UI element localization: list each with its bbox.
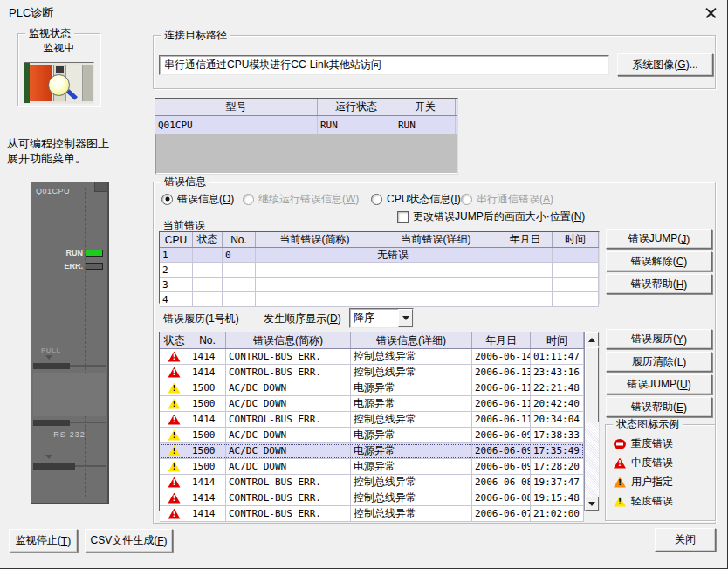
- current-error-cell: [223, 292, 256, 306]
- module-cell: Q01CPU: [155, 116, 318, 134]
- history-status-cell: [160, 443, 189, 458]
- history-cell: 1500: [189, 443, 226, 458]
- light-error-icon: [614, 497, 626, 507]
- history-row[interactable]: 1414CONTROL-BUS ERR.控制总线异常2006-06-1120:3…: [160, 412, 584, 428]
- error-help-button[interactable]: 错误帮助(H): [606, 274, 712, 294]
- plc-monitor-thumbnail: [24, 62, 94, 104]
- current-error-row[interactable]: 10无错误: [160, 248, 599, 263]
- history-clear-button[interactable]: 履历清除(L): [606, 352, 712, 372]
- order-dropdown[interactable]: 降序: [349, 308, 414, 328]
- current-error-cell: [553, 263, 599, 277]
- plc-module-graphic[interactable]: Q01CPU RUN ERR. PULL RS-232: [31, 182, 109, 504]
- history-cell: 1414: [189, 412, 226, 427]
- current-error-cell: 1: [160, 248, 193, 262]
- radio-serial-comm-error[interactable]: 串行通信错误(A): [461, 193, 553, 205]
- current-error-cell: [553, 248, 599, 262]
- history-cell: CONTROL-BUS ERR.: [226, 475, 351, 490]
- history-row[interactable]: 1500AC/DC DOWN电源异常2006-06-1122:21:48: [160, 380, 584, 396]
- history-cell: 2006-06-11: [472, 380, 531, 395]
- current-error-cell: [498, 278, 553, 291]
- history-cell: 1414: [189, 506, 226, 521]
- current-error-row[interactable]: 4: [160, 292, 599, 307]
- error-jump-button[interactable]: 错误JUMP(J): [606, 229, 712, 249]
- medium-error-icon: [168, 509, 181, 519]
- error-info-group-title: 错误信息: [161, 175, 209, 188]
- current-error-row[interactable]: 2: [160, 263, 599, 278]
- history-row[interactable]: 1500AC/DC DOWN电源异常2006-06-0917:35:49: [160, 443, 584, 459]
- radio-continue-error-info[interactable]: 继续运行错误信息(W): [243, 193, 359, 205]
- severe-error-icon: [614, 439, 626, 449]
- current-error-cell: 0: [223, 248, 256, 262]
- order-display-label: 发生顺序显示(D): [264, 312, 341, 326]
- history-cell: 21:02:00: [531, 506, 584, 521]
- light-error-icon: [168, 462, 181, 472]
- dropdown-button[interactable]: [398, 309, 413, 327]
- resize-after-jump-checkbox[interactable]: 更改错误JUMP后的画面大小·位置(N): [397, 209, 585, 224]
- history-scrollbar[interactable]: [584, 332, 599, 511]
- col-header-detail: 当前错误(详细): [374, 232, 498, 247]
- history-row[interactable]: 1414CONTROL-BUS ERR.控制总线异常2006-06-0819:3…: [160, 475, 584, 490]
- history-cell: 23:43:16: [531, 365, 584, 380]
- history-cell: 01:11:47: [531, 349, 584, 364]
- history-cell: 2006-06-09: [472, 428, 531, 442]
- scrollbar-thumb[interactable]: [585, 347, 599, 422]
- history-cell: 17:38:33: [531, 428, 584, 442]
- current-error-cell: 3: [160, 278, 193, 291]
- col-header-name: 当前错误(简称): [256, 232, 374, 247]
- run-led-label: RUN: [66, 249, 84, 257]
- history-row[interactable]: 1414CONTROL-BUS ERR.控制总线异常2006-06-0819:1…: [160, 490, 584, 506]
- current-error-table: CPU 状态 No. 当前错误(简称) 当前错误(详细) 年月日 时间 10无错…: [159, 231, 600, 304]
- csv-generate-button[interactable]: CSV文件生成(F): [85, 529, 173, 552]
- arrow-down-icon: [588, 502, 595, 506]
- legend-item-medium: 中度错误: [614, 456, 673, 470]
- history-cell: 2006-06-14: [472, 349, 531, 364]
- system-image-button[interactable]: 系统图像(G)...: [617, 53, 713, 76]
- history-table-body: 1414CONTROL-BUS ERR.控制总线异常2006-06-1401:1…: [160, 349, 584, 522]
- col-header-date: 年月日: [498, 232, 553, 247]
- error-history-label: 错误履历(1号机): [163, 312, 239, 326]
- history-status-cell: [160, 475, 189, 490]
- history-cell: 20:34:04: [531, 412, 584, 427]
- legend-group-title: 状态图标示例: [613, 418, 683, 430]
- history-status-cell: [160, 349, 189, 364]
- radio-error-info[interactable]: 错误信息(O): [161, 193, 234, 205]
- close-dialog-button[interactable]: 关闭: [655, 528, 716, 552]
- history-cell: CONTROL-BUS ERR.: [226, 349, 351, 364]
- history-row[interactable]: 1500AC/DC DOWN电源异常2006-06-1120:42:40: [160, 396, 584, 412]
- monitor-status-group-title: 监视状态: [25, 27, 74, 39]
- scroll-up-button[interactable]: [585, 332, 599, 346]
- history-row[interactable]: 1414CONTROL-BUS ERR.控制总线异常2006-06-1401:1…: [160, 349, 584, 365]
- current-error-row[interactable]: 3: [160, 278, 599, 292]
- history-cell: 1500: [189, 396, 226, 411]
- history-row[interactable]: 1500AC/DC DOWN电源异常2006-06-0917:28:20: [160, 459, 584, 475]
- history-cell: 2006-06-09: [472, 443, 531, 458]
- scroll-down-button[interactable]: [585, 497, 599, 511]
- error-history-button[interactable]: 错误履历(Y): [606, 329, 712, 349]
- current-error-cell: [256, 248, 374, 262]
- history-cell: 2006-06-08: [472, 475, 531, 490]
- current-error-cell: [374, 278, 498, 291]
- light-error-icon: [168, 399, 181, 409]
- col-header-time: 时间: [531, 332, 584, 348]
- current-error-cell: [374, 263, 498, 277]
- module-table: 型号 运行状态 开关 Q01CPURUNRUN: [155, 98, 458, 175]
- history-cell: AC/DC DOWN: [226, 428, 351, 442]
- error-jump2-button[interactable]: 错误JUMP(U): [606, 374, 712, 394]
- module-table-row[interactable]: Q01CPURUNRUN: [155, 116, 457, 134]
- history-row[interactable]: 1500AC/DC DOWN电源异常2006-06-0917:38:33: [160, 428, 584, 443]
- history-cell: 控制总线异常: [351, 490, 472, 505]
- current-error-cell: [256, 278, 374, 291]
- current-table-body: 10无错误234: [160, 248, 599, 307]
- col-header-detail: 错误信息(详细): [351, 332, 472, 348]
- close-button[interactable]: [699, 3, 722, 24]
- connection-path-group-title: 连接目标路径: [161, 29, 230, 41]
- light-error-icon: [168, 430, 181, 441]
- error-help2-button[interactable]: 错误帮助(E): [606, 397, 712, 417]
- history-row[interactable]: 1414CONTROL-BUS ERR.控制总线异常2006-06-0721:0…: [160, 506, 584, 522]
- radio-cpu-status-info[interactable]: CPU状态信息(I): [371, 193, 461, 205]
- history-cell: 17:35:49: [531, 443, 584, 458]
- error-clear-button[interactable]: 错误解除(C): [606, 251, 712, 271]
- history-row[interactable]: 1414CONTROL-BUS ERR.控制总线异常2006-06-1323:4…: [160, 365, 584, 380]
- radio-icon: [371, 194, 382, 205]
- monitor-stop-button[interactable]: 监视停止(T): [9, 529, 78, 552]
